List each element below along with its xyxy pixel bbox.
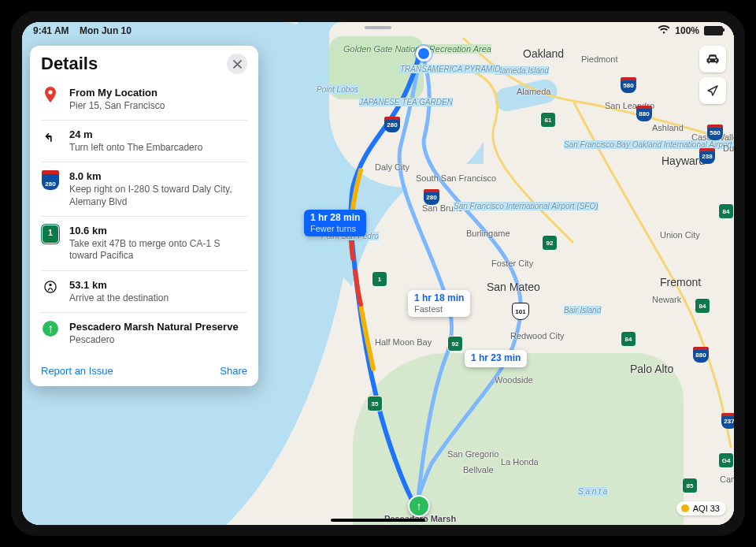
step-icon: 1 [41, 225, 60, 262]
highway-shield: 880 [636, 106, 652, 121]
start-pin[interactable] [416, 46, 432, 61]
direction-step[interactable]: 24 mTurn left onto The Embarcadero [41, 121, 247, 162]
map-label: Bair Island [564, 306, 601, 314]
highway-shield: 61 [540, 112, 556, 128]
map-label: Point Lobos [317, 85, 358, 94]
step-icon [41, 128, 60, 154]
highway-shield: 1 [372, 271, 387, 287]
step-sub: Turn left onto The Embarcadero [69, 142, 247, 154]
highway-shield: 580 [707, 125, 723, 140]
route-callout[interactable]: 1 hr 23 min [465, 350, 527, 367]
status-left: 9:41 AM Mon Jun 10 [33, 25, 132, 36]
map-label: San Gregorio [447, 449, 498, 459]
map-label: Oakland [523, 47, 564, 60]
home-indicator[interactable] [331, 519, 425, 522]
map-label: S a n t a [578, 487, 607, 496]
direction-step[interactable]: 110.6 kmTake exit 47B to merge onto CA-1… [41, 217, 247, 271]
step-icon: ↑ [41, 321, 60, 346]
map-label: Half Moon Bay [375, 337, 432, 347]
map-label: Fremont [660, 276, 701, 288]
step-icon: 280 [41, 170, 60, 208]
car-icon [705, 51, 721, 67]
battery-pct: 100% [675, 25, 699, 36]
wifi-icon [658, 25, 670, 37]
step-body: 8.0 kmKeep right on I-280 S toward Daly … [69, 170, 247, 208]
callout-sub: Fastest [414, 304, 464, 314]
highway-shield: 237 [721, 413, 734, 429]
map-label: JAPANESE TEA GARDEN [359, 98, 453, 106]
step-body: From My LocationPier 15, San Francisco [69, 87, 247, 112]
callout-time: 1 hr 18 min [414, 293, 464, 304]
map-label: Newark [652, 295, 681, 304]
panel-title: Details [41, 54, 98, 74]
direction-step[interactable]: 53.1 kmArrive at the destination [41, 271, 247, 313]
map-label: Cam [720, 474, 734, 484]
driving-mode-button[interactable] [699, 46, 726, 73]
step-title: 8.0 km [69, 170, 247, 183]
step-icon [41, 279, 60, 304]
route-callout[interactable]: 1 hr 18 minFastest [408, 290, 470, 317]
aqi-badge[interactable]: AQI 33 [676, 501, 726, 515]
highway-shield: 92 [447, 336, 463, 352]
step-body: 24 mTurn left onto The Embarcadero [69, 128, 247, 154]
destination-pin[interactable]: ↑ [408, 495, 430, 517]
callout-time: 1 hr 23 min [471, 353, 521, 364]
status-date: Mon Jun 10 [80, 25, 132, 36]
locate-button[interactable] [699, 77, 726, 104]
map-label: Du [723, 143, 734, 153]
callout-time: 1 hr 28 min [310, 213, 360, 224]
panel-footer: Report an Issue Share [30, 359, 258, 386]
direction-step[interactable]: 2808.0 kmKeep right on I-280 S toward Da… [41, 162, 247, 217]
aqi-text: AQI 33 [693, 504, 720, 513]
map-label: Burlingame [466, 229, 510, 238]
map-label: Bellvale [463, 465, 494, 474]
highway-shield: 92 [542, 235, 558, 251]
ipad-frame: 9:41 AM Mon Jun 10 100% [0, 0, 756, 547]
map-label: Alameda Island [495, 66, 549, 75]
step-sub: Take exit 47B to merge onto CA-1 S towar… [69, 238, 247, 262]
highway-shield: 84 [621, 331, 636, 347]
svg-point-2 [49, 284, 51, 286]
step-title: From My Location [69, 87, 247, 99]
map-label: Piedmont [581, 54, 617, 64]
map-label: Woodside [495, 375, 533, 385]
location-arrow-icon [706, 84, 720, 98]
step-sub: Keep right on I-280 S toward Daly City, … [69, 184, 247, 208]
step-title: Pescadero Marsh Natural Preserve [69, 321, 247, 333]
step-icon [41, 87, 60, 112]
map-label: Union City [660, 230, 700, 240]
map-label: Foster City [491, 259, 533, 268]
step-sub: Pescadero [69, 334, 247, 347]
close-button[interactable] [227, 54, 247, 74]
map-label: Hayward [662, 154, 705, 167]
report-issue-link[interactable]: Report an Issue [41, 365, 113, 377]
grab-handle[interactable] [365, 26, 391, 29]
highway-shield: 84 [695, 298, 710, 314]
status-right: 100% [658, 25, 723, 37]
highway-shield: 101 [512, 303, 529, 320]
step-sub: Pier 15, San Francisco [69, 100, 247, 113]
step-title: 53.1 km [69, 279, 247, 292]
step-body: 10.6 kmTake exit 47B to merge onto CA-1 … [69, 225, 247, 262]
highway-shield: 238 [699, 148, 715, 164]
battery-icon [704, 26, 723, 35]
highway-shield: 280 [384, 117, 400, 132]
map-label: South San Francisco [416, 173, 496, 183]
direction-step[interactable]: ↑Pescadero Marsh Natural PreservePescade… [41, 313, 247, 354]
direction-step[interactable]: From My LocationPier 15, San Francisco [41, 79, 247, 121]
map-label: Alameda [517, 87, 550, 96]
svg-point-1 [45, 281, 56, 292]
close-icon [233, 60, 242, 69]
share-link[interactable]: Share [220, 365, 247, 377]
status-bar: 9:41 AM Mon Jun 10 100% [22, 22, 734, 39]
highway-shield: 85 [682, 478, 698, 493]
step-title: 10.6 km [69, 225, 247, 237]
map-label: Redwood City [510, 331, 564, 340]
directions-list[interactable]: From My LocationPier 15, San Francisco24… [30, 79, 258, 359]
screen: 9:41 AM Mon Jun 10 100% [22, 22, 734, 525]
map-label: TRANSAMERICA PYRAMID [400, 65, 500, 73]
map-label: Daly City [375, 162, 410, 172]
step-body: 53.1 kmArrive at the destination [69, 279, 247, 304]
route-callout[interactable]: 1 hr 28 minFewer turns [304, 210, 366, 236]
details-panel: Details From My LocationPier 15, San Fra… [30, 46, 258, 386]
